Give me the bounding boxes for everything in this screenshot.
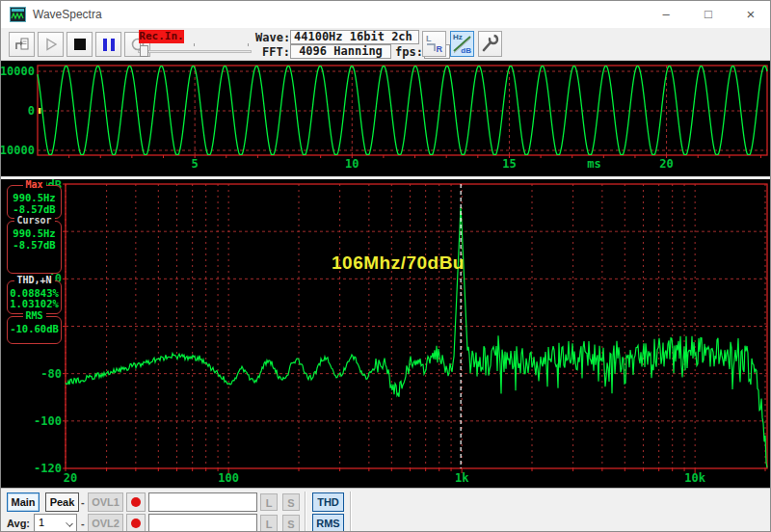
fft-value-field: 4096 Hanning (290, 44, 391, 59)
ovl1-file-field[interactable] (148, 492, 257, 512)
play-button[interactable] (38, 32, 64, 57)
ovl2-save-button[interactable]: S (282, 515, 300, 532)
spectrum-panel: 0dB-20-40-60-80-100-120201001k10k 106Mhz… (1, 179, 771, 488)
open-file-button[interactable] (9, 32, 35, 57)
spectrum-trace (66, 207, 767, 467)
waveform-chart[interactable]: 100000-100005101520ms (1, 61, 771, 176)
axis-tick-label: -120 (34, 462, 62, 475)
axis-tick-label: 10000 (1, 65, 35, 78)
db-label: dB (461, 46, 471, 55)
channel-lr-button[interactable]: L R (422, 31, 446, 57)
record-dot-icon (131, 519, 141, 528)
open-file-icon (13, 37, 30, 52)
peak-button[interactable]: Peak (45, 492, 79, 512)
avg-label: Avg: (7, 518, 30, 529)
play-icon (43, 37, 59, 52)
bottom-bar: Main Peak - OVL1 L S THD Avg: 1 - OVL2 L… (1, 488, 771, 532)
spectrum-chart[interactable]: 0dB-20-40-60-80-100-120201001k10k (1, 179, 771, 488)
lr-r-label: R (437, 44, 443, 54)
slider-track (138, 50, 252, 53)
stop-icon (74, 39, 86, 50)
pause-button[interactable] (95, 32, 121, 57)
thd-value-2: 1.03102% (8, 299, 61, 309)
axis-tick-label: 20 (64, 471, 77, 485)
axis-tick-label: -100 (34, 414, 62, 428)
fps-label: fps: (395, 45, 423, 59)
slider-thumb[interactable] (140, 45, 148, 57)
slider-tick (248, 43, 249, 46)
wrench-icon (479, 32, 501, 56)
wave-label: Wave: (255, 31, 290, 44)
axis-tick-label: 10k (684, 471, 705, 485)
ovl2-file-field[interactable] (148, 514, 257, 532)
fft-label: FFT: (262, 45, 290, 59)
app-icon (10, 7, 26, 22)
rms-label: RMS (22, 310, 45, 321)
title-bar: WaveSpectra – □ × (1, 1, 771, 28)
avg-select[interactable]: 1 (34, 514, 77, 532)
input-level-slider[interactable] (138, 45, 252, 57)
ovl2-button[interactable]: OVL2 (88, 514, 123, 532)
axis-tick-label: -10000 (1, 144, 35, 157)
axis-tick-label: 5 (192, 157, 199, 171)
hz-db-scale-button[interactable]: Hz dB (450, 31, 474, 57)
ovl1-load-button[interactable]: L (260, 493, 278, 511)
rms-value: -10.60dB (8, 323, 61, 334)
waveform-panel: 100000-100005101520ms (1, 61, 771, 176)
dash-separator: - (81, 496, 85, 508)
axis-tick-label: 10 (345, 157, 359, 171)
record-dot-icon (131, 497, 141, 507)
separator (305, 492, 306, 531)
axis-tick-label: 20 (659, 157, 673, 171)
toolbar: Rec.In. Wave: 44100Hz 16bit 2ch FFT: 409… (1, 28, 771, 61)
axis-tick-label: 15 (502, 157, 516, 171)
stop-button[interactable] (66, 32, 93, 57)
avg-value: 1 (39, 517, 44, 528)
max-readout: Max 990.5Hz -8.57dB (7, 185, 62, 219)
thd-button[interactable]: THD (312, 492, 344, 512)
close-button[interactable]: × (730, 1, 771, 28)
chevron-down-icon (66, 519, 73, 527)
rms-button[interactable]: RMS (312, 514, 344, 532)
axis-tick-label: 1k (455, 471, 469, 485)
cursor-readout: Cursor 990.5Hz -8.57dB (7, 221, 62, 274)
ovl1-button[interactable]: OVL1 (88, 492, 123, 512)
window-title: WaveSpectra (33, 8, 102, 21)
thd-label: THD,+N (13, 275, 54, 285)
ovl2-load-button[interactable]: L (260, 515, 278, 532)
separator (350, 492, 351, 531)
axis-tick-label: ms (587, 157, 600, 171)
thd-readout: THD,+N 0.08843% 1.03102% (7, 280, 62, 314)
maximize-button[interactable]: □ (687, 1, 730, 28)
max-frequency: 990.5Hz (8, 192, 61, 203)
wave-value-field: 44100Hz 16bit 2ch (290, 30, 419, 44)
main-button[interactable]: Main (7, 492, 40, 512)
ovl1-record-button[interactable] (126, 492, 146, 512)
wavespectra-window: WaveSpectra – □ × (0, 0, 771, 532)
cursor-level: -8.57dB (8, 239, 61, 251)
zero-marker (39, 108, 41, 114)
axis-tick-label: -80 (40, 367, 62, 381)
minimize-button[interactable]: – (645, 1, 687, 28)
rec-in-badge: Rec.In. (139, 30, 184, 43)
axis-tick-label: 0 (28, 104, 35, 118)
peak-annotation: 106Mhz/70dBu (332, 253, 465, 274)
dash-separator: - (81, 518, 85, 529)
max-label: Max (22, 179, 45, 190)
ovl1-save-button[interactable]: S (282, 493, 300, 511)
axis-tick-label: 100 (218, 471, 239, 485)
cursor-frequency: 990.5Hz (8, 227, 61, 239)
rms-readout: RMS -10.60dB (7, 316, 62, 344)
pause-icon (103, 39, 115, 51)
ovl2-record-button[interactable] (126, 514, 146, 532)
cursor-label: Cursor (13, 215, 54, 226)
max-level: -8.57dB (8, 203, 61, 215)
slider-tick (194, 43, 195, 46)
settings-wrench-button[interactable] (478, 31, 502, 57)
